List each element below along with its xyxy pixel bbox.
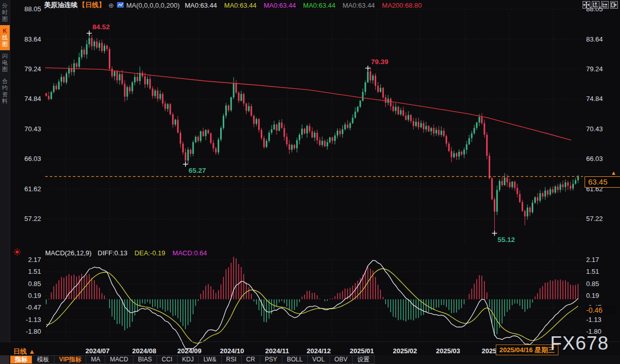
month-label-2025/01: 2025/01 [350, 347, 374, 355]
macd-current-label: -0.46 [585, 306, 616, 315]
indicator-tab-BIAS[interactable]: BIAS [133, 355, 157, 364]
price-up-arrow-icon: ▲ [611, 170, 616, 176]
watermark: FX678 [550, 333, 609, 354]
symbol-title: 美原油连续 [44, 1, 78, 10]
price-tick-l-7: 57.22 [11, 215, 41, 223]
trading-terminal: 84.5265.2779.3955.12 美原油连续 【日线】 ⊕ MA(0,0… [0, 0, 620, 364]
price-tick-r-7: 57.22 [586, 215, 603, 223]
panel-expand-icon[interactable] [610, 1, 618, 9]
chart-toolbar [583, 1, 618, 9]
indicator-tab-BOLL[interactable]: BOLL [282, 355, 308, 364]
price-tick-l-2: 79.24 [11, 65, 41, 73]
month-label-2024/08: 2024/08 [132, 347, 157, 355]
indicator-tab-RSI[interactable]: RSI [222, 355, 242, 364]
month-label-2025/03: 2025/03 [436, 347, 460, 355]
kline-icon [117, 2, 124, 8]
top-bar: 美原油连续 【日线】 ⊕ MA(0,0,0,0,0,200) MA0:63.44… [11, 0, 429, 10]
indicator-tab-MACD[interactable]: MACD [105, 355, 133, 364]
macd-tick-r-0: 2.17 [586, 256, 599, 264]
x-axis-row: 日线 ▲ 2025/04/16 星期三 FX678 2024/072024/08… [0, 341, 620, 356]
crosshair-date-label: 2025/04/16 星期三 [496, 345, 558, 355]
macd-tick-r-1: 1.51 [586, 268, 599, 275]
macd-tick-r-3: 0.19 [586, 292, 599, 299]
macd-tick-r-2: 0.85 [586, 280, 599, 288]
sidebar-item-2[interactable]: 闪电图 [0, 50, 10, 75]
macd-header: MACD(26,12,9)DIFF:0.13DEA:-0.19MACD:0.64 [45, 249, 207, 257]
indicator-tab-bar: 指标模板VIP指标MAMACDBIASCCIKDJLW&RSICRPSYBOLL… [0, 355, 620, 364]
month-label-2024/11: 2024/11 [265, 347, 289, 355]
indicator-tab-OBV[interactable]: OBV [330, 355, 353, 364]
macd-macd-value: MACD:0.64 [172, 249, 207, 257]
indicator-tab-VIP指标[interactable]: VIP指标 [54, 355, 86, 364]
ma-value-5: MA200:68.80 [382, 2, 421, 9]
price-tick-l-3: 74.84 [11, 95, 41, 103]
svg-text:79.39: 79.39 [371, 58, 389, 66]
price-tick-r-1: 83.64 [586, 35, 603, 43]
ma-value-3: MA0:63.44 [303, 2, 336, 9]
ma-value-2: MA0:63.44 [264, 2, 296, 9]
tab-corner [0, 355, 9, 364]
current-price-label: 63.45 [585, 176, 620, 188]
macd-tick-l-3: 0.19 [11, 292, 41, 299]
sidebar-item-3[interactable]: 合约资料 [0, 75, 10, 107]
month-label-2024/10: 2024/10 [220, 347, 244, 355]
macd-title: MACD(26,12,9) [45, 249, 91, 257]
month-label-2024/12: 2024/12 [307, 347, 331, 355]
indicator-tab-VOL[interactable]: VOL [308, 355, 330, 364]
price-tick-l-5: 66.03 [11, 155, 41, 163]
price-tick-r-2: 79.24 [586, 65, 603, 73]
alert-icon[interactable] [13, 248, 21, 258]
indicator-tab-LW&[interactable]: LW& [199, 355, 221, 364]
macd-dea-value: DEA:-0.19 [134, 249, 165, 257]
ma-value-1: MA0:63.44 [224, 2, 257, 9]
ma-value-0: MA0:63.44 [185, 2, 217, 9]
svg-text:84.52: 84.52 [92, 23, 110, 31]
indicator-tab-设置[interactable]: 设置 [353, 355, 375, 364]
indicator-tab-CCI[interactable]: CCI [157, 355, 178, 364]
sidebar-item-0[interactable]: 分时图 [0, 0, 10, 25]
indicator-tab-CR[interactable]: CR [242, 355, 260, 364]
price-tick-l-6: 61.62 [11, 185, 41, 193]
svg-text:65.27: 65.27 [188, 167, 206, 174]
period-tag: 【日线】 [79, 1, 105, 10]
indicator-tab-指标[interactable]: 指标 [10, 355, 32, 364]
indicator-tab-模板[interactable]: 模板 [32, 355, 54, 364]
zoom-out-icon[interactable] [601, 1, 609, 9]
month-label-2024/07: 2024/07 [86, 347, 110, 355]
pan-icon[interactable] [583, 1, 590, 9]
macd-tick-l-1: 1.51 [11, 268, 41, 275]
chart-canvas[interactable]: 84.5265.2779.3955.12 [0, 0, 620, 364]
macd-tick-l-4: -0.47 [11, 304, 41, 311]
price-tick-r-3: 74.84 [586, 95, 603, 103]
price-tick-r-4: 70.43 [586, 125, 603, 133]
price-tick-l-1: 83.64 [11, 35, 41, 43]
macd-tick-l-2: 0.85 [11, 280, 41, 288]
month-label-2025/02: 2025/02 [393, 347, 417, 355]
ma-value-4: MA0:63.44 [342, 2, 375, 9]
indicator-tab-PSY[interactable]: PSY [260, 355, 282, 364]
macd-tick-l-5: -1.13 [11, 316, 41, 323]
svg-text:55.12: 55.12 [497, 236, 515, 244]
indicator-tab-KDJ[interactable]: KDJ [178, 355, 199, 364]
macd-tick-l-6: -1.80 [11, 328, 41, 335]
price-tick-l-4: 70.43 [11, 125, 41, 133]
month-label-2024/09: 2024/09 [178, 347, 202, 355]
sidebar: 分时图K线图闪电图合约资料 [0, 0, 10, 342]
zoom-in-icon[interactable] [592, 1, 599, 9]
sidebar-item-1[interactable]: K线图 [0, 25, 10, 50]
price-tick-r-5: 66.03 [586, 155, 603, 163]
ma-settings-label: MA(0,0,0,0,0,200) [126, 2, 180, 9]
macd-diff-value: DIFF:0.13 [98, 249, 127, 257]
macd-tick-r-5: -1.13 [586, 316, 602, 323]
ma-values: MA0:63.44MA0:63.44MA0:63.44MA0:63.44MA0:… [185, 2, 429, 9]
add-compare-icon[interactable]: ⊕ [108, 2, 114, 9]
indicator-tab-MA[interactable]: MA [86, 355, 105, 364]
